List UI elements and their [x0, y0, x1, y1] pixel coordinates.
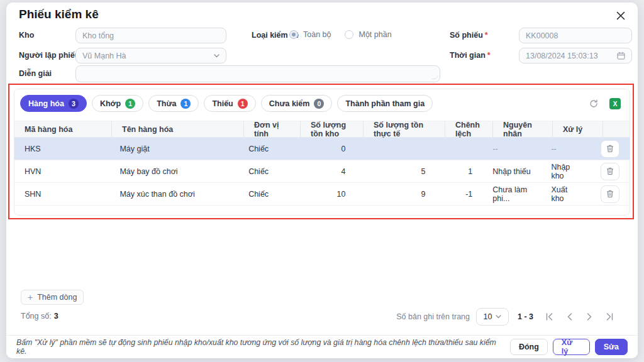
col-header: Xử lý — [553, 121, 603, 137]
close-button[interactable]: Đóng — [510, 339, 548, 355]
warehouse-label: Kho — [19, 28, 34, 43]
radio-partial[interactable]: Một phần — [345, 30, 391, 39]
col-header: Số lượng tồn kho — [301, 121, 364, 137]
edit-button[interactable]: Sửa — [595, 339, 628, 355]
table-row[interactable]: HKS Máy giặt Chiếc 0 -- -- — [14, 138, 630, 160]
delete-row-button[interactable] — [601, 140, 619, 158]
tab-shortage-count: 1 — [238, 99, 248, 109]
col-header: Mã hàng hóa — [14, 121, 112, 137]
first-page-icon[interactable] — [542, 310, 556, 324]
radio-unselected-icon — [345, 30, 353, 39]
table-row[interactable]: HVN Máy bay đồ chơi Chiếc 4 5 1 Nhập thi… — [14, 160, 630, 183]
page-title: Phiếu kiểm kê — [19, 8, 99, 21]
next-page-icon[interactable] — [582, 310, 596, 324]
add-row-label: Thêm dòng — [37, 293, 77, 302]
total-count: Tổng số:3 — [21, 312, 58, 321]
tab-matched-count: 1 — [125, 99, 135, 109]
tab-bar: Hàng hóa 3 Khớp 1 Thừa 1 Thiếu 1 Chưa ki… — [20, 95, 433, 112]
tab-matched[interactable]: Khớp 1 — [92, 95, 143, 112]
excel-export-icon[interactable]: X — [608, 97, 622, 111]
dialog-footer: Bấm "Xử lý" phần mềm sẽ tự động sinh phi… — [6, 335, 638, 358]
process-button[interactable]: Xử lý — [553, 339, 590, 355]
tab-surplus-count: 1 — [180, 99, 191, 109]
plus-icon: + — [28, 293, 33, 302]
chevron-down-icon — [214, 54, 219, 58]
table-row[interactable]: SHN Máy xúc than đồ chơi Chiếc 10 9 -1 C… — [14, 183, 630, 206]
col-header: Đơn vị tính — [244, 121, 301, 137]
calendar-icon — [617, 52, 625, 60]
tab-goods-count: 3 — [69, 99, 79, 109]
col-header: Số lượng tồn thực tế — [364, 121, 445, 137]
tab-goods[interactable]: Hàng hóa 3 — [20, 95, 87, 112]
inventory-check-dialog: Phiếu kiểm kê Kho Kho tổng Loại kiểm kê … — [6, 3, 638, 358]
description-textarea[interactable] — [75, 65, 440, 82]
delete-row-button[interactable] — [601, 185, 619, 203]
col-header — [603, 121, 630, 137]
time-value: 13/08/2024 15:03:13 — [526, 52, 598, 60]
refresh-icon[interactable] — [587, 97, 601, 111]
last-page-icon[interactable] — [602, 310, 616, 324]
add-row-button[interactable]: + Thêm dòng — [21, 290, 84, 305]
time-label: Thời gian* — [450, 48, 491, 63]
table-header: Mã hàng hóa Tên hàng hóa Đơn vị tính Số … — [14, 121, 630, 138]
items-panel: Hàng hóa 3 Khớp 1 Thừa 1 Thiếu 1 Chưa ki… — [14, 89, 630, 216]
warehouse-input[interactable]: Kho tổng — [75, 28, 226, 43]
tab-unchecked-count: 0 — [314, 99, 324, 109]
col-header: Nguyên nhân — [493, 121, 553, 137]
chevron-down-icon — [496, 315, 501, 319]
radio-full[interactable]: Toàn bộ — [289, 30, 331, 39]
col-header: Chênh lệch — [445, 121, 493, 137]
col-header: Tên hàng hóa — [112, 121, 244, 137]
tab-participants[interactable]: Thành phần tham gia — [337, 95, 433, 112]
warehouse-value: Kho tổng — [82, 31, 114, 40]
time-input[interactable]: 13/08/2024 15:03:13 — [519, 48, 632, 63]
delete-row-button[interactable] — [601, 163, 619, 180]
close-icon[interactable] — [614, 9, 628, 23]
page-range: 1 - 3 — [518, 312, 533, 321]
radio-full-label: Toàn bộ — [303, 30, 331, 39]
description-label: Diễn giải — [19, 66, 52, 82]
process-hint-text: Bấm "Xử lý" phần mềm sẽ tự động sinh phi… — [16, 338, 501, 356]
pagination: Số bản ghi trên trang 10 1 - 3 — [396, 308, 616, 326]
page-size-select[interactable]: 10 — [476, 308, 509, 326]
tab-unchecked[interactable]: Chưa kiểm 0 — [261, 95, 333, 112]
creator-value: Vũ Mạnh Hà — [82, 52, 126, 60]
doc-number-input[interactable]: KK00008 — [519, 28, 632, 43]
required-asterisk: * — [487, 51, 491, 60]
creator-select[interactable]: Vũ Mạnh Hà — [75, 48, 226, 63]
required-asterisk: * — [485, 31, 488, 40]
doc-number-label: Số phiếu* — [450, 28, 488, 43]
radio-selected-icon — [289, 30, 298, 39]
tab-shortage[interactable]: Thiếu 1 — [204, 95, 255, 112]
doc-number-value: KK00008 — [526, 31, 558, 40]
prev-page-icon[interactable] — [562, 310, 576, 324]
trash-icon — [606, 145, 614, 153]
trash-icon — [606, 167, 614, 175]
trash-icon — [606, 190, 614, 198]
tab-surplus[interactable]: Thừa 1 — [148, 95, 199, 112]
radio-partial-label: Một phần — [358, 30, 391, 39]
page-size-label: Số bản ghi trên trang — [396, 312, 470, 321]
creator-label: Người lập phiếu — [19, 48, 79, 63]
check-type-radio-group: Toàn bộ Một phần — [289, 30, 392, 39]
